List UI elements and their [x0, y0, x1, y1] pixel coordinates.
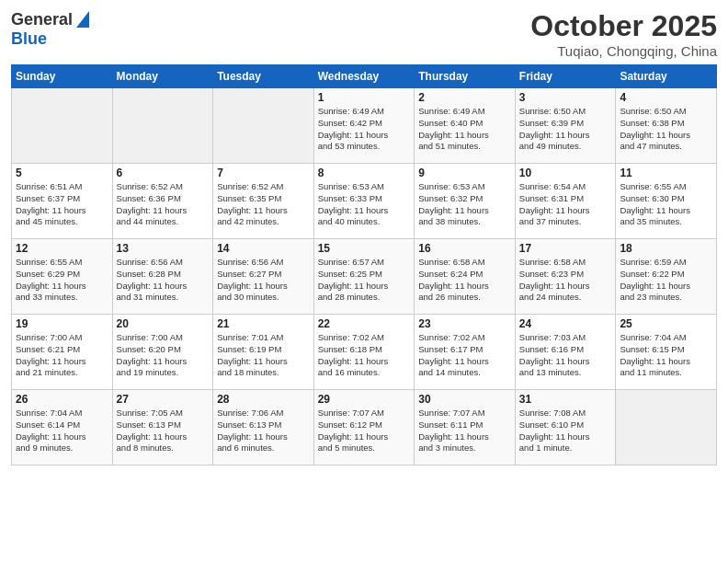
- calendar-day-cell: 21Sunrise: 7:01 AM Sunset: 6:19 PM Dayli…: [213, 315, 314, 390]
- day-info: Sunrise: 6:52 AM Sunset: 6:35 PM Dayligh…: [217, 181, 310, 228]
- calendar-day-cell: 31Sunrise: 7:08 AM Sunset: 6:10 PM Dayli…: [515, 390, 616, 465]
- weekday-header: Saturday: [616, 65, 717, 88]
- calendar-day-cell: 29Sunrise: 7:07 AM Sunset: 6:12 PM Dayli…: [313, 390, 415, 465]
- title-block: October 2025 Tuqiao, Chongqing, China: [530, 9, 717, 59]
- day-info: Sunrise: 7:00 AM Sunset: 6:20 PM Dayligh…: [117, 332, 210, 379]
- day-number: 29: [318, 393, 411, 406]
- weekday-header: Friday: [515, 65, 616, 88]
- weekday-header: Wednesday: [313, 65, 415, 88]
- logo-text: General Blue: [11, 9, 89, 49]
- month-title: October 2025: [530, 9, 717, 43]
- day-number: 27: [117, 393, 210, 406]
- day-info: Sunrise: 7:02 AM Sunset: 6:18 PM Dayligh…: [318, 332, 411, 379]
- day-info: Sunrise: 7:07 AM Sunset: 6:11 PM Dayligh…: [418, 408, 511, 454]
- day-number: 19: [16, 317, 108, 330]
- day-number: 4: [620, 91, 712, 104]
- day-info: Sunrise: 6:50 AM Sunset: 6:38 PM Dayligh…: [620, 106, 712, 153]
- calendar-day-cell: 3Sunrise: 6:50 AM Sunset: 6:39 PM Daylig…: [515, 88, 616, 164]
- day-number: 18: [620, 242, 712, 255]
- day-info: Sunrise: 6:57 AM Sunset: 6:25 PM Dayligh…: [318, 257, 411, 304]
- calendar-day-cell: 8Sunrise: 6:53 AM Sunset: 6:33 PM Daylig…: [313, 164, 415, 239]
- calendar-day-cell: 11Sunrise: 6:55 AM Sunset: 6:30 PM Dayli…: [616, 164, 717, 239]
- day-number: 3: [519, 91, 612, 104]
- day-info: Sunrise: 6:55 AM Sunset: 6:29 PM Dayligh…: [16, 257, 108, 304]
- day-info: Sunrise: 7:07 AM Sunset: 6:12 PM Dayligh…: [318, 408, 411, 454]
- day-info: Sunrise: 7:03 AM Sunset: 6:16 PM Dayligh…: [519, 332, 612, 379]
- day-info: Sunrise: 6:59 AM Sunset: 6:22 PM Dayligh…: [620, 257, 712, 304]
- calendar-day-cell: 12Sunrise: 6:55 AM Sunset: 6:29 PM Dayli…: [12, 239, 113, 315]
- day-number: 1: [318, 91, 411, 104]
- calendar-day-cell: [112, 88, 213, 164]
- day-number: 23: [418, 317, 511, 330]
- day-number: 14: [217, 242, 310, 255]
- calendar-day-cell: 22Sunrise: 7:02 AM Sunset: 6:18 PM Dayli…: [313, 315, 415, 390]
- calendar-day-cell: 24Sunrise: 7:03 AM Sunset: 6:16 PM Dayli…: [515, 315, 616, 390]
- page-container: General Blue October 2025 Tuqiao, Chongq…: [0, 0, 728, 563]
- logo-triangle-icon: [76, 11, 89, 28]
- calendar-week-row: 26Sunrise: 7:04 AM Sunset: 6:14 PM Dayli…: [12, 390, 717, 465]
- day-number: 7: [217, 167, 310, 179]
- day-info: Sunrise: 7:01 AM Sunset: 6:19 PM Dayligh…: [217, 332, 310, 379]
- day-number: 5: [16, 167, 108, 179]
- day-info: Sunrise: 6:50 AM Sunset: 6:39 PM Dayligh…: [519, 106, 612, 153]
- calendar-table: SundayMondayTuesdayWednesdayThursdayFrid…: [11, 64, 717, 465]
- day-number: 12: [16, 242, 108, 255]
- calendar-day-cell: 13Sunrise: 6:56 AM Sunset: 6:28 PM Dayli…: [112, 239, 213, 315]
- day-number: 17: [519, 242, 612, 255]
- calendar-day-cell: [12, 88, 113, 164]
- day-info: Sunrise: 6:49 AM Sunset: 6:40 PM Dayligh…: [418, 106, 511, 153]
- calendar-day-cell: 10Sunrise: 6:54 AM Sunset: 6:31 PM Dayli…: [515, 164, 616, 239]
- header: General Blue October 2025 Tuqiao, Chongq…: [11, 9, 717, 59]
- calendar-day-cell: 7Sunrise: 6:52 AM Sunset: 6:35 PM Daylig…: [213, 164, 314, 239]
- day-number: 25: [620, 317, 712, 330]
- day-info: Sunrise: 6:54 AM Sunset: 6:31 PM Dayligh…: [519, 181, 612, 228]
- day-number: 30: [418, 393, 511, 406]
- calendar-day-cell: 26Sunrise: 7:04 AM Sunset: 6:14 PM Dayli…: [12, 390, 113, 465]
- day-info: Sunrise: 6:58 AM Sunset: 6:24 PM Dayligh…: [418, 257, 511, 304]
- calendar-day-cell: [213, 88, 314, 164]
- day-number: 20: [117, 317, 210, 330]
- day-info: Sunrise: 7:00 AM Sunset: 6:21 PM Dayligh…: [16, 332, 108, 379]
- day-info: Sunrise: 6:49 AM Sunset: 6:42 PM Dayligh…: [318, 106, 411, 153]
- weekday-header: Monday: [112, 65, 213, 88]
- logo: General Blue: [11, 9, 89, 49]
- calendar-day-cell: 6Sunrise: 6:52 AM Sunset: 6:36 PM Daylig…: [112, 164, 213, 239]
- location-subtitle: Tuqiao, Chongqing, China: [530, 43, 717, 59]
- calendar-day-cell: 9Sunrise: 6:53 AM Sunset: 6:32 PM Daylig…: [415, 164, 516, 239]
- day-number: 6: [117, 167, 210, 179]
- calendar-week-row: 1Sunrise: 6:49 AM Sunset: 6:42 PM Daylig…: [12, 88, 717, 164]
- calendar-day-cell: 17Sunrise: 6:58 AM Sunset: 6:23 PM Dayli…: [515, 239, 616, 315]
- calendar-header-row: SundayMondayTuesdayWednesdayThursdayFrid…: [12, 65, 717, 88]
- calendar-day-cell: 28Sunrise: 7:06 AM Sunset: 6:13 PM Dayli…: [213, 390, 314, 465]
- calendar-day-cell: 4Sunrise: 6:50 AM Sunset: 6:38 PM Daylig…: [616, 88, 717, 164]
- calendar-day-cell: 5Sunrise: 6:51 AM Sunset: 6:37 PM Daylig…: [12, 164, 113, 239]
- day-number: 26: [16, 393, 108, 406]
- calendar-day-cell: 18Sunrise: 6:59 AM Sunset: 6:22 PM Dayli…: [616, 239, 717, 315]
- calendar-week-row: 19Sunrise: 7:00 AM Sunset: 6:21 PM Dayli…: [12, 315, 717, 390]
- day-info: Sunrise: 7:04 AM Sunset: 6:15 PM Dayligh…: [620, 332, 712, 379]
- calendar-week-row: 5Sunrise: 6:51 AM Sunset: 6:37 PM Daylig…: [12, 164, 717, 239]
- calendar-day-cell: [616, 390, 717, 465]
- day-info: Sunrise: 7:06 AM Sunset: 6:13 PM Dayligh…: [217, 408, 310, 454]
- day-number: 9: [418, 167, 511, 179]
- day-number: 24: [519, 317, 612, 330]
- svg-marker-0: [76, 11, 89, 28]
- calendar-day-cell: 23Sunrise: 7:02 AM Sunset: 6:17 PM Dayli…: [415, 315, 516, 390]
- calendar-day-cell: 19Sunrise: 7:00 AM Sunset: 6:21 PM Dayli…: [12, 315, 113, 390]
- day-number: 8: [318, 167, 411, 179]
- calendar-day-cell: 15Sunrise: 6:57 AM Sunset: 6:25 PM Dayli…: [313, 239, 415, 315]
- day-info: Sunrise: 6:51 AM Sunset: 6:37 PM Dayligh…: [16, 181, 108, 228]
- day-info: Sunrise: 6:52 AM Sunset: 6:36 PM Dayligh…: [117, 181, 210, 228]
- weekday-header: Tuesday: [213, 65, 314, 88]
- day-info: Sunrise: 6:56 AM Sunset: 6:27 PM Dayligh…: [217, 257, 310, 304]
- day-info: Sunrise: 6:55 AM Sunset: 6:30 PM Dayligh…: [620, 181, 712, 228]
- calendar-day-cell: 25Sunrise: 7:04 AM Sunset: 6:15 PM Dayli…: [616, 315, 717, 390]
- day-number: 31: [519, 393, 612, 406]
- weekday-header: Thursday: [415, 65, 516, 88]
- weekday-header: Sunday: [12, 65, 113, 88]
- day-number: 10: [519, 167, 612, 179]
- day-number: 2: [418, 91, 511, 104]
- calendar-day-cell: 16Sunrise: 6:58 AM Sunset: 6:24 PM Dayli…: [415, 239, 516, 315]
- day-number: 15: [318, 242, 411, 255]
- day-number: 28: [217, 393, 310, 406]
